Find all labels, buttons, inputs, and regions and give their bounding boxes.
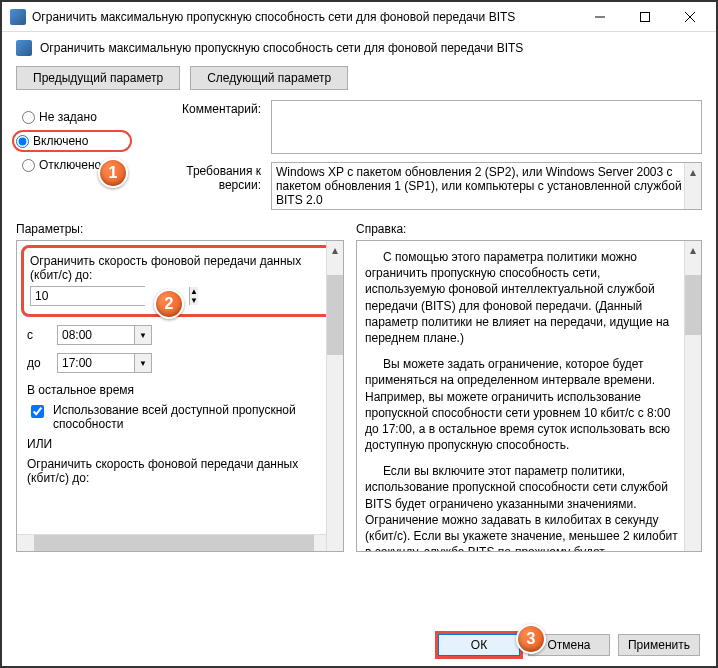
close-button[interactable] xyxy=(667,3,712,31)
to-time-select[interactable]: 17:00▼ xyxy=(57,353,152,373)
rate-limit2-label: Ограничить скорость фоновой передачи дан… xyxy=(27,457,333,485)
from-label: с xyxy=(27,328,47,342)
annotation-marker-2: 2 xyxy=(154,289,184,319)
other-time-label: В остальное время xyxy=(27,383,333,397)
window-title: Ограничить максимальную пропускную спосо… xyxy=(32,10,577,24)
use-all-bandwidth-label: Использование всей доступной пропускной … xyxy=(53,403,333,431)
help-p2: Вы можете задать ограничение, которое бу… xyxy=(365,356,679,453)
radio-enabled[interactable]: Включено xyxy=(12,130,132,152)
maximize-button[interactable] xyxy=(622,3,667,31)
policy-header: Ограничить максимальную пропускную спосо… xyxy=(2,32,716,60)
help-text: С помощью этого параметра политики можно… xyxy=(357,241,701,552)
prev-setting-button[interactable]: Предыдущий параметр xyxy=(16,66,180,90)
spin-down-icon[interactable]: ▼ xyxy=(190,296,198,305)
comment-input[interactable] xyxy=(271,100,702,154)
radio-not-configured-label: Не задано xyxy=(39,110,97,124)
apply-button[interactable]: Применить xyxy=(618,634,700,656)
ok-button[interactable]: ОК xyxy=(438,634,520,656)
titlebar: Ограничить максимальную пропускную спосо… xyxy=(2,2,716,32)
use-all-bandwidth-checkbox[interactable]: Использование всей доступной пропускной … xyxy=(27,403,333,431)
help-p1: С помощью этого параметра политики можно… xyxy=(365,249,679,346)
params-vscrollbar[interactable]: ▴ xyxy=(326,241,343,551)
rate-limit-spinner[interactable]: ▲▼ xyxy=(30,286,145,306)
comment-label: Комментарий: xyxy=(146,100,271,116)
requirements-box: Windows XP с пакетом обновления 2 (SP2),… xyxy=(271,162,702,210)
radio-enabled-label: Включено xyxy=(33,134,88,148)
annotation-marker-1: 1 xyxy=(98,158,128,188)
app-icon xyxy=(10,9,26,25)
help-panel: С помощью этого параметра политики можно… xyxy=(356,240,702,552)
spin-up-icon[interactable]: ▲ xyxy=(190,287,198,296)
dialog-buttons: ОК Отмена Применить xyxy=(438,634,700,656)
to-label: до xyxy=(27,356,47,370)
from-time-value: 08:00 xyxy=(58,326,134,344)
requirements-label: Требования к версии: xyxy=(146,162,271,192)
policy-icon xyxy=(16,40,32,56)
chevron-down-icon[interactable]: ▼ xyxy=(134,326,151,344)
nav-row: Предыдущий параметр Следующий параметр xyxy=(2,60,716,96)
minimize-button[interactable] xyxy=(577,3,622,31)
params-hscrollbar[interactable] xyxy=(17,534,326,551)
svg-rect-1 xyxy=(640,12,649,21)
rate-limit-label: Ограничить скорость фоновой передачи дан… xyxy=(30,254,330,282)
from-time-select[interactable]: 08:00▼ xyxy=(57,325,152,345)
radio-not-configured[interactable]: Не задано xyxy=(18,108,132,126)
chevron-down-icon[interactable]: ▼ xyxy=(134,354,151,372)
to-time-value: 17:00 xyxy=(58,354,134,372)
annotation-marker-3: 3 xyxy=(516,624,546,654)
requirements-text: Windows XP с пакетом обновления 2 (SP2),… xyxy=(272,163,701,209)
radio-disabled-label: Отключено xyxy=(39,158,101,172)
help-vscrollbar[interactable]: ▴ xyxy=(684,241,701,551)
params-heading: Параметры: xyxy=(16,222,356,236)
requirements-scrollbar[interactable]: ▴ xyxy=(684,163,701,209)
params-panel: Ограничить скорость фоновой передачи дан… xyxy=(16,240,344,552)
next-setting-button[interactable]: Следующий параметр xyxy=(190,66,348,90)
or-label: ИЛИ xyxy=(27,437,333,451)
help-heading: Справка: xyxy=(356,222,406,236)
help-p3: Если вы включите этот параметр политики,… xyxy=(365,463,679,552)
policy-title: Ограничить максимальную пропускную спосо… xyxy=(40,41,523,55)
